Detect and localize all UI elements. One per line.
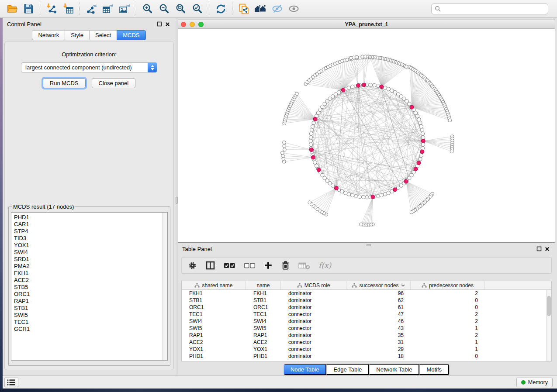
- import-table-button[interactable]: [60, 2, 76, 16]
- tab-motifs[interactable]: Motifs: [419, 364, 449, 375]
- table-row-yox1[interactable]: YOX1YOX1connector291: [182, 346, 551, 353]
- mcds-result-item[interactable]: GCR1: [14, 326, 167, 333]
- mcds-result-item[interactable]: FKH1: [14, 270, 167, 277]
- cell-successor-nodes: 46: [346, 318, 411, 324]
- mcds-result-item[interactable]: TID3: [14, 235, 167, 242]
- column-header-predecessor-nodes[interactable]: predecessor nodes: [411, 281, 485, 289]
- mcds-result-item[interactable]: STB1: [14, 305, 167, 312]
- cell-mcds-role: connector: [281, 346, 346, 352]
- zoom-fit-button[interactable]: [173, 2, 189, 16]
- refresh-icon: [215, 3, 227, 15]
- tab-network[interactable]: Network: [32, 30, 65, 40]
- window-zoom-button[interactable]: [198, 22, 204, 27]
- table-row-fkh1[interactable]: FKH1FKH1dominator962: [182, 290, 551, 297]
- column-header-name[interactable]: name: [246, 281, 281, 289]
- hide-selected-button[interactable]: [269, 2, 285, 16]
- mcds-result-listbox[interactable]: PHD1CAR1STP4TID3YOX1SWI4SRD1PMA2FKH1ACE2…: [11, 212, 168, 361]
- import-network-button[interactable]: [43, 2, 60, 16]
- show-panels-menu-button[interactable]: [4, 378, 18, 387]
- criterion-select[interactable]: largest connected component (undirected): [21, 62, 157, 72]
- tab-node-table[interactable]: Node Table: [284, 364, 327, 375]
- window-minimize-button[interactable]: [190, 22, 195, 27]
- mcds-result-item[interactable]: TEC1: [14, 319, 167, 326]
- deselect-all-columns-button[interactable]: [244, 262, 256, 269]
- tab-network-table[interactable]: Network Table: [369, 364, 419, 375]
- function-builder-button-disabled: f(x): [318, 261, 331, 270]
- eye-icon: [288, 3, 300, 14]
- mcds-result-item[interactable]: YOX1: [14, 242, 167, 249]
- mcds-result-item[interactable]: CAR1: [14, 221, 167, 228]
- column-label: MCDS role: [304, 282, 330, 289]
- export-table-button[interactable]: [100, 2, 116, 16]
- run-mcds-button[interactable]: Run MCDS: [43, 78, 86, 88]
- zoom-selected-button[interactable]: [189, 2, 206, 16]
- first-neighbors-button[interactable]: [252, 2, 269, 16]
- close-panel-action-button[interactable]: Close panel: [92, 78, 136, 88]
- table-row-ace2[interactable]: ACE2ACE2connector311: [182, 339, 551, 346]
- table-row-swi4[interactable]: SWI4SWI4dominator462: [182, 318, 551, 325]
- table-settings-button[interactable]: [188, 261, 197, 270]
- table-row-stb1[interactable]: STB1STB1dominator620: [182, 297, 551, 304]
- show-columns-button[interactable]: [205, 261, 215, 270]
- cell-predecessor-nodes: 1: [411, 325, 485, 331]
- memory-button[interactable]: Memory: [516, 378, 553, 387]
- cell-shared-name: PHD1: [182, 353, 246, 359]
- mcds-result-item[interactable]: ORC1: [14, 291, 167, 298]
- zoom-in-button[interactable]: [139, 2, 156, 16]
- mcds-result-item[interactable]: RAP1: [14, 298, 167, 305]
- tab-style[interactable]: Style: [65, 30, 90, 40]
- cell-shared-name: SWI4: [182, 318, 246, 324]
- mcds-result-item[interactable]: SWI5: [14, 312, 167, 319]
- mcds-result-item[interactable]: STP4: [14, 228, 167, 235]
- network-canvas[interactable]: [178, 29, 555, 242]
- mcds-result-item[interactable]: PMA2: [14, 263, 167, 270]
- columns-icon: [205, 261, 215, 270]
- mcds-result-item[interactable]: SRD1: [14, 256, 167, 263]
- zoom-out-button[interactable]: [156, 2, 173, 16]
- network-window-titlebar[interactable]: YPA_prune.txt_1: [178, 20, 555, 29]
- close-table-panel-button[interactable]: [543, 245, 551, 253]
- table-row-swi5[interactable]: SWI5SWI5connector431: [182, 325, 551, 332]
- table-row-orc1[interactable]: ORC1ORC1dominator610: [182, 304, 551, 311]
- window-close-button[interactable]: [181, 22, 186, 27]
- save-session-button[interactable]: [20, 2, 37, 16]
- export-image-button[interactable]: [116, 2, 133, 16]
- mcds-result-item[interactable]: ACE2: [14, 277, 167, 284]
- duplicate-network-button[interactable]: [235, 2, 252, 16]
- open-file-button[interactable]: [3, 2, 20, 16]
- mcds-result-item[interactable]: SWI4: [14, 249, 167, 256]
- column-header-shared-name[interactable]: shared name: [182, 281, 246, 289]
- show-all-button[interactable]: [285, 2, 302, 16]
- float-table-panel-button[interactable]: [535, 245, 543, 253]
- network-graph[interactable]: [178, 29, 555, 242]
- close-icon: [545, 247, 550, 251]
- table-toolbar: f(x): [181, 257, 552, 274]
- search-box[interactable]: [431, 3, 548, 14]
- table-scrollbar[interactable]: [546, 290, 551, 361]
- column-header-mcds-role[interactable]: MCDS role: [281, 281, 346, 289]
- column-header-successor-nodes[interactable]: successor nodes: [346, 281, 411, 289]
- delete-column-button[interactable]: [281, 261, 290, 270]
- table-panel-resize-grip[interactable]: [367, 244, 371, 246]
- close-panel-button[interactable]: [163, 20, 171, 28]
- table-row-phd1[interactable]: PHD1PHD1dominator180: [182, 353, 551, 360]
- search-input[interactable]: [443, 6, 545, 12]
- export-network-button[interactable]: [83, 2, 100, 16]
- tab-mcds[interactable]: MCDS: [117, 30, 145, 40]
- table-scrollbar-thumb[interactable]: [547, 296, 551, 316]
- mcds-result-item[interactable]: STB5: [14, 284, 167, 291]
- tab-edge-table[interactable]: Edge Table: [326, 364, 369, 375]
- table-row-rap1[interactable]: RAP1RAP1dominator352: [182, 332, 551, 339]
- mcds-result-item[interactable]: PHD1: [14, 214, 167, 221]
- float-panel-button[interactable]: [156, 20, 163, 28]
- import-network-icon: [46, 3, 57, 14]
- refresh-view-button[interactable]: [212, 2, 229, 16]
- select-all-columns-button[interactable]: [224, 262, 235, 269]
- tab-select[interactable]: Select: [89, 30, 117, 40]
- cell-predecessor-nodes: 0: [411, 297, 485, 303]
- control-panel: Control Panel NetworkStyleSelectMCDS Opt…: [3, 18, 176, 375]
- cell-shared-name: STB1: [182, 297, 246, 303]
- mcds-list-scrollbar[interactable]: [162, 213, 167, 360]
- table-row-tec1[interactable]: TEC1TEC1connector472: [182, 311, 551, 318]
- create-column-button[interactable]: [264, 261, 273, 270]
